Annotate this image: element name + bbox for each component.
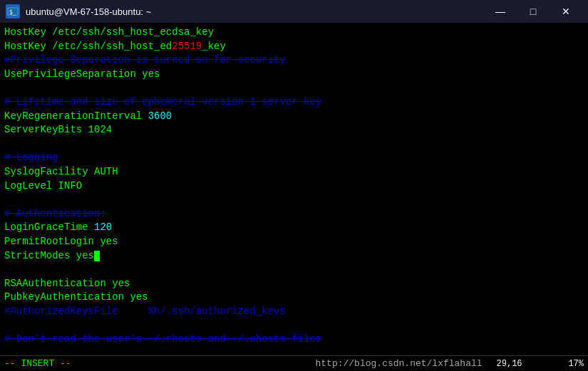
terminal-line: #Privilege Separation is turned on for s…: [4, 53, 584, 68]
terminal-text: SyslogFacility AUTH: [4, 166, 118, 177]
terminal-text: StrictModes yes: [4, 250, 94, 261]
terminal-line: UsePrivilegeSeparation yes: [4, 68, 584, 82]
terminal-line: SyslogFacility AUTH: [4, 165, 584, 179]
terminal-text: 3600: [148, 110, 172, 122]
terminal-text: UsePrivilegeSeparation yes: [4, 68, 160, 80]
terminal-line: [4, 81, 584, 95]
window-controls: — □ ✕: [484, 0, 582, 23]
svg-text:$_: $_: [9, 9, 16, 16]
terminal-text: # Don't read the user's ~/.rhosts and ~/…: [4, 333, 321, 345]
maximize-button[interactable]: □: [517, 0, 550, 23]
terminal-text: HostKey /etc/ssh/ssh_host_ecdsa_key: [4, 26, 214, 38]
terminal-text: ServerKeyBits 1024: [4, 124, 112, 135]
terminal-line: # Don't read the user's ~/.rhosts and ~/…: [4, 333, 584, 347]
terminal-text: HostKey /etc/ssh/ssh_host_ed: [4, 41, 172, 52]
terminal-window: $_ ubuntu@VM-67-158-ubuntu: ~ — □ ✕ Host…: [0, 0, 588, 371]
text-cursor: [94, 251, 100, 261]
terminal-line: [4, 193, 584, 207]
terminal-text: #AuthorizedKeysFile: [4, 305, 118, 317]
terminal-text: LogLevel INFO: [4, 180, 82, 192]
terminal-line: PermitRootLogin yes: [4, 235, 584, 249]
terminal-line: PubkeyAuthentication yes: [4, 291, 584, 305]
terminal-line: LoginGraceTime 120: [4, 221, 584, 235]
terminal-line: HostKey /etc/ssh/ssh_host_ed25519_key: [4, 40, 584, 54]
terminal-line: [4, 263, 584, 277]
terminal-text: PermitRootLogin yes: [4, 236, 118, 247]
terminal-line: [4, 318, 584, 333]
terminal-text: # Authentication:: [4, 208, 106, 219]
terminal-text: KeyRegenerationInterval: [4, 110, 148, 122]
terminal-text: # Logging: [4, 152, 58, 163]
terminal-line: HostKey /etc/ssh/ssh_host_ecdsa_key: [4, 26, 584, 40]
vim-mode: -- INSERT --: [4, 358, 316, 369]
titlebar: $_ ubuntu@VM-67-158-ubuntu: ~ — □ ✕: [0, 0, 588, 23]
app-icon: $_: [6, 4, 20, 19]
terminal-line: #AuthorizedKeysFile %h/.ssh/authorized_k…: [4, 305, 584, 319]
minimize-button[interactable]: —: [484, 0, 517, 23]
terminal-text: 120: [94, 221, 112, 233]
terminal-line: # Authentication:: [4, 207, 584, 221]
terminal-line: RSAAuthentication yes: [4, 277, 584, 291]
url-text: http://blog.csdn.net/lxflahall: [316, 358, 483, 369]
terminal-text: _key: [202, 41, 226, 52]
terminal-text: PubkeyAuthentication yes: [4, 291, 148, 303]
terminal-line: [4, 137, 584, 152]
terminal-line: ServerKeyBits 1024: [4, 123, 584, 137]
terminal-line: # Logging: [4, 151, 584, 165]
terminal-text: LoginGraceTime: [4, 221, 94, 233]
terminal-text: %h/.ssh/authorized_keys: [118, 305, 286, 317]
window-title: ubuntu@VM-67-158-ubuntu: ~: [26, 6, 484, 17]
terminal-line: LogLevel INFO: [4, 179, 584, 194]
terminal-text: RSAAuthentication yes: [4, 278, 130, 289]
terminal-content[interactable]: HostKey /etc/ssh/ssh_host_ecdsa_keyHostK…: [0, 23, 588, 355]
terminal-line: StrictModes yes: [4, 249, 584, 263]
terminal-line: KeyRegenerationInterval 3600: [4, 110, 584, 124]
status-bar: -- INSERT -- http://blog.csdn.net/lxflah…: [0, 355, 588, 371]
cursor-position: 29,16 17%: [497, 359, 584, 369]
terminal-line: # Lifetime and size of ephemeral version…: [4, 95, 584, 110]
terminal-text: 25519: [172, 41, 202, 52]
terminal-text: # Lifetime and size of ephemeral version…: [4, 96, 321, 108]
terminal-text: #Privilege Separation is turned on for s…: [4, 54, 286, 66]
close-button[interactable]: ✕: [550, 0, 582, 23]
